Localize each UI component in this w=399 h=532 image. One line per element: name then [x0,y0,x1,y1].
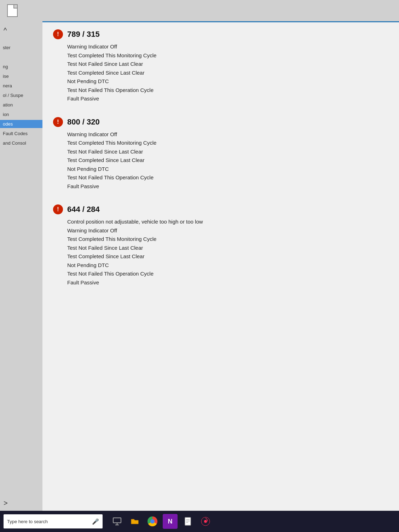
svg-rect-3 [185,517,191,525]
sidebar-down-arrow[interactable]: > [0,497,42,511]
taskbar: Type here to search 🎤 N [0,511,399,532]
fault-header-3: ! 644 / 284 [53,204,388,214]
fault-detail-line: Test Not Failed Since Last Clear [67,148,388,156]
taskbar-icons: N [110,514,213,529]
onenote-label: N [168,518,173,525]
fault-detail-line: Test Completed Since Last Clear [67,253,388,261]
svg-rect-0 [113,518,121,523]
sidebar-item-ation[interactable]: ation [0,101,42,109]
fault-detail-line: Test Completed Since Last Clear [67,156,388,164]
fault-code-2: 800 / 320 [67,117,100,127]
taskbar-file-icon[interactable] [180,514,195,529]
fault-detail-line: Not Pending DTC [67,77,388,86]
fault-header-2: ! 800 / 320 [53,117,388,127]
fault-entry-2: ! 800 / 320 Warning Indicator Off Test C… [53,117,388,191]
sidebar-item-ise[interactable]: ise [0,72,42,80]
fault-details-1: Warning Indicator Off Test Completed Thi… [67,43,388,103]
svg-point-8 [204,520,207,523]
fault-detail-line: Warning Indicator Off [67,227,388,235]
fault-detail-line: Test Not Failed Since Last Clear [67,244,388,252]
taskbar-folder-icon[interactable] [127,514,142,529]
taskbar-monitor-icon[interactable] [110,514,125,529]
chrome-logo [148,516,157,526]
fault-detail-line: Fault Passive [67,279,388,287]
taskbar-onenote-icon[interactable]: N [163,514,178,529]
sidebar-item-fault-codes[interactable]: Fault Codes [0,129,42,138]
fault-entry-1: ! 789 / 315 Warning Indicator Off Test C… [53,29,388,103]
sidebar-item-odes[interactable]: odes [0,120,42,128]
fault-code-1: 789 / 315 [67,30,100,39]
fault-detail-line: Warning Indicator Off [67,43,388,51]
sidebar-items: ster ng ise nera ol / Suspe ation ion od… [0,44,42,147]
main-layout: ^ ster ng ise nera ol / Suspe ation ion … [0,21,399,511]
sidebar-item-ster[interactable]: ster [0,44,42,52]
taskbar-music-icon[interactable] [198,514,213,529]
sidebar-item-nera[interactable]: nera [0,82,42,90]
fault-entry-3: ! 644 / 284 Control position not adjusta… [53,204,388,287]
sidebar-item-ion[interactable]: ion [0,110,42,118]
doc-icon [7,4,18,17]
taskbar-chrome-icon[interactable] [145,514,160,529]
fault-detail-line: Test Not Failed This Operation Cycle [67,174,388,182]
sidebar: ^ ster ng ise nera ol / Suspe ation ion … [0,21,42,511]
fault-detail-line: Fault Passive [67,183,388,191]
fault-detail-line: Test Not Failed This Operation Cycle [67,270,388,278]
fault-icon-1: ! [53,29,63,39]
taskbar-search-text: Type here to search [7,519,92,524]
fault-detail-line: Fault Passive [67,95,388,103]
fault-details-3: Control position not adjustable, vehicle… [67,218,388,287]
fault-code-3: 644 / 284 [67,205,100,214]
fault-detail-line: Test Not Failed This Operation Cycle [67,86,388,94]
fault-detail-line: Not Pending DTC [67,165,388,173]
fault-detail-line: Warning Indicator Off [67,131,388,139]
fault-detail-line: Test Not Failed Since Last Clear [67,60,388,68]
sidebar-item-suspension[interactable]: ol / Suspe [0,91,42,99]
fault-detail-line: Not Pending DTC [67,261,388,270]
fault-detail-line: Test Completed This Monitoring Cycle [67,139,388,147]
fault-detail-line: Test Completed Since Last Clear [67,69,388,77]
sidebar-item-ng[interactable]: ng [0,63,42,71]
sidebar-item-blank [0,53,42,61]
microphone-icon[interactable]: 🎤 [92,518,99,525]
sidebar-up-arrow[interactable]: ^ [0,25,42,36]
fault-detail-description: Control position not adjustable, vehicle… [67,218,388,226]
content-area: ! 789 / 315 Warning Indicator Off Test C… [42,21,399,511]
top-bar [0,0,399,21]
fault-icon-3: ! [53,204,63,214]
fault-header-1: ! 789 / 315 [53,29,388,39]
fault-detail-line: Test Completed This Monitoring Cycle [67,235,388,243]
fault-details-2: Warning Indicator Off Test Completed Thi… [67,131,388,191]
fault-icon-2: ! [53,117,63,127]
fault-detail-line: Test Completed This Monitoring Cycle [67,52,388,60]
taskbar-search-box[interactable]: Type here to search 🎤 [4,514,103,528]
sidebar-item-consol[interactable]: and Consol [0,139,42,147]
